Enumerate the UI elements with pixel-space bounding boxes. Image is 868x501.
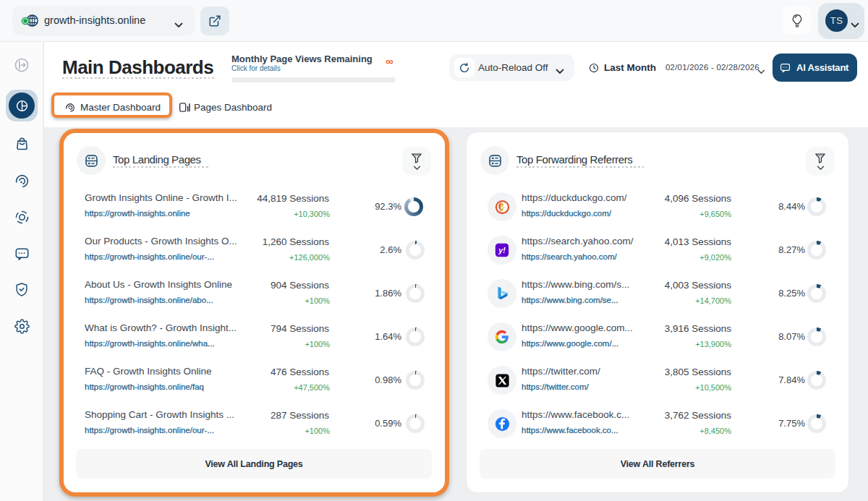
svg-text:y!: y! bbox=[498, 246, 506, 254]
